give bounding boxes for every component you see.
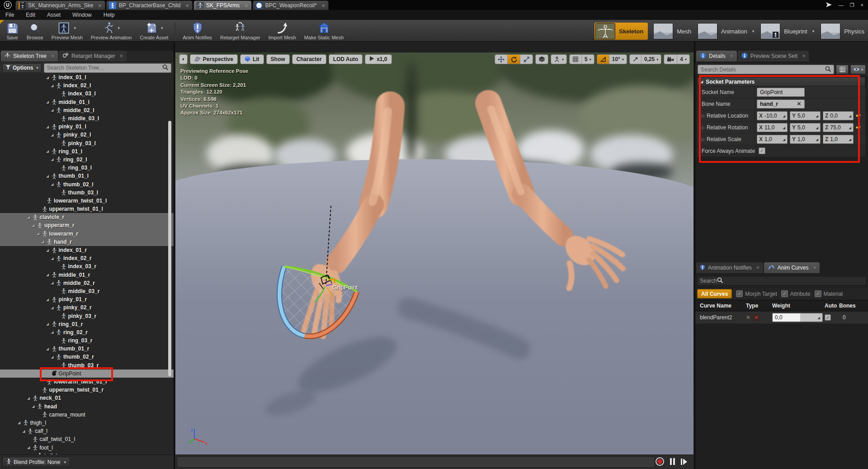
expand-arrow-icon[interactable]: ◢ <box>26 215 32 219</box>
tree-item-upperarm_twist_01_l[interactable]: upperarm_twist_01_l <box>0 205 174 213</box>
morph-target-filter[interactable]: ✓Morph Target <box>736 290 777 297</box>
import-mesh-button[interactable]: Import Mesh <box>264 20 300 41</box>
expander-icon[interactable]: ▷ <box>702 137 705 142</box>
expand-arrow-icon[interactable]: ◢ <box>49 84 55 88</box>
expand-arrow-icon[interactable]: ◢ <box>45 149 51 153</box>
expand-arrow-icon[interactable]: ◢ <box>49 355 55 359</box>
browse-button[interactable]: Browse <box>23 20 47 41</box>
tree-item-thumb_02_l[interactable]: ◢ thumb_02_l <box>0 180 174 188</box>
anim-notifies-button[interactable]: Anim Notifies <box>179 20 216 41</box>
tree-item-pinky_01_r[interactable]: ◢ pinky_01_r <box>0 295 174 303</box>
tree-item-hand_r[interactable]: ◢ hand_r <box>0 238 174 246</box>
expand-arrow-icon[interactable]: ◢ <box>45 174 51 178</box>
viewport-lit-button[interactable]: Lit <box>240 54 264 64</box>
col-bones[interactable]: Bones <box>837 303 856 309</box>
tab-close-icon[interactable]: × <box>730 53 733 59</box>
tree-item-ring_03_r[interactable]: ring_03_r <box>0 336 174 345</box>
expand-arrow-icon[interactable]: ◢ <box>49 256 55 261</box>
viewport-lod-auto-button[interactable]: LOD Auto <box>329 54 363 64</box>
viewport-perspective-button[interactable]: Perspective <box>190 54 238 64</box>
coordinate-system-button[interactable] <box>536 55 548 64</box>
tree-item-ring_02_l[interactable]: ◢ ring_02_l <box>0 156 174 164</box>
minimize-button[interactable]: — <box>839 2 844 8</box>
menu-file[interactable]: File <box>5 12 14 18</box>
expand-arrow-icon[interactable]: ◢ <box>35 232 41 236</box>
tree-item-neck_01[interactable]: ◢ neck_01 <box>0 394 174 402</box>
tree-item-lowerarm_r[interactable]: ◢ lowerarm_r <box>0 230 174 238</box>
curve-delete-icon[interactable]: ✕ <box>753 314 760 321</box>
grid-snap-value[interactable]: 5▾ <box>581 55 594 64</box>
view-options-button[interactable]: ▾ <box>850 65 866 74</box>
rotation-snap-button[interactable] <box>597 55 609 64</box>
expand-arrow-icon[interactable]: ◢ <box>16 421 22 425</box>
curve-weight-input[interactable]: 0,0◢ <box>772 313 823 322</box>
mode-blueprint-button[interactable]: Blueprint▾ <box>760 23 815 40</box>
attribute-filter[interactable]: ✓Attribute <box>781 290 811 297</box>
tree-item-index_02_r[interactable]: ◢ index_02_r <box>0 254 174 262</box>
tree-item-index_01_l[interactable]: ◢ index_01_l <box>0 73 174 81</box>
move-tool-button[interactable] <box>495 55 507 64</box>
tree-item-pinky_01_l[interactable]: ◢ pinky_01_l <box>0 123 174 131</box>
viewport-x1-0-button[interactable]: x1,0 <box>365 54 392 64</box>
tree-item-middle_03_l[interactable]: middle_03_l <box>0 114 174 123</box>
editor-tab-sk-mannequin-arms-ske[interactable]: SK_Mannequin_Arms_Ske × <box>15 0 105 10</box>
tree-item-lowerarm_twist_01_r[interactable]: lowerarm_twist_01_r <box>0 378 174 386</box>
tab-close-icon[interactable]: × <box>98 2 102 9</box>
expand-arrow-icon[interactable]: ◢ <box>30 223 36 227</box>
tree-item-thumb_03_l[interactable]: thumb_03_l <box>0 189 174 197</box>
scale-tool-button[interactable] <box>520 55 533 64</box>
curves-search-input[interactable]: Search <box>697 276 867 286</box>
reset-rotation-button[interactable]: ↩ <box>856 124 861 131</box>
expand-arrow-icon[interactable]: ◢ <box>26 445 32 450</box>
viewport-options-button[interactable]: ▾ <box>179 54 188 64</box>
save-button[interactable]: Save <box>2 20 23 41</box>
tree-item-clavicle_r[interactable]: ◢ clavicle_r <box>0 213 174 221</box>
send-icon[interactable] <box>826 2 832 9</box>
create-asset-button[interactable]: ▾ Create Asset <box>136 20 172 41</box>
tab-close-icon[interactable]: × <box>756 265 760 271</box>
rotation-x-field[interactable]: X11,0◢ <box>757 123 788 132</box>
tab-preview-scene-sett[interactable]: Preview Scene Sett × <box>738 51 809 62</box>
tree-item-middle_02_l[interactable]: ◢ middle_02_l <box>0 106 174 114</box>
curve-type-icon[interactable]: ✕ <box>746 314 750 321</box>
tree-item-thumb_01_l[interactable]: ◢ thumb_01_l <box>0 172 174 180</box>
tab-skeleton-tree[interactable]: Skeleton Tree× <box>1 51 58 62</box>
tree-item-ring_01_l[interactable]: ◢ ring_01_l <box>0 147 174 156</box>
rotation-y-field[interactable]: Y5,0◢ <box>790 123 821 132</box>
tree-item-index_02_l[interactable]: ◢ index_02_l <box>0 81 174 90</box>
property-matrix-button[interactable] <box>836 65 849 74</box>
details-search-input[interactable]: Search Details <box>698 65 834 74</box>
tree-scrollbar[interactable] <box>168 121 171 376</box>
retarget-manager-button[interactable]: Retarget Manager <box>216 20 264 41</box>
location-x-field[interactable]: X-10,0◢ <box>757 111 788 120</box>
camera-speed-button[interactable] <box>664 55 677 64</box>
menu-asset[interactable]: Asset <box>47 12 61 18</box>
tree-item-pinky_02_r[interactable]: ◢ pinky_02_r <box>0 303 174 312</box>
socket-name-input[interactable]: GripPoint <box>757 88 805 97</box>
scale-z-field[interactable]: Z1,0◢ <box>823 135 854 144</box>
tree-item-index_01_r[interactable]: ◢ index_01_r <box>0 246 174 254</box>
scale-y-field[interactable]: Y1,0◢ <box>790 135 821 144</box>
editor-tab-bpc-weaponrecoil-[interactable]: BPC_WeaponRecoil* × <box>253 0 329 10</box>
tab-close-icon[interactable]: × <box>813 265 816 271</box>
expand-arrow-icon[interactable]: ◢ <box>45 347 51 351</box>
options-button[interactable]: Options ▾ <box>2 63 42 73</box>
scale-snap-button[interactable] <box>630 55 641 64</box>
mode-physics-button[interactable]: Physics <box>820 23 865 40</box>
tab-close-icon[interactable]: × <box>120 53 123 59</box>
expand-arrow-icon[interactable]: ◢ <box>49 281 55 285</box>
menu-window[interactable]: Window <box>72 12 92 18</box>
expand-arrow-icon[interactable]: ◢ <box>49 182 55 186</box>
tree-item-foot_l[interactable]: ◢ foot_l <box>0 443 174 451</box>
expand-arrow-icon[interactable]: ◢ <box>49 306 55 310</box>
tab-retarget-manager[interactable]: Retarget Manager× <box>59 51 127 62</box>
tree-item-index_03_r[interactable]: index_03_r <box>0 262 174 270</box>
timeline-scrubber[interactable] <box>177 456 655 468</box>
tree-item-thigh_l[interactable]: ◢ thigh_l <box>0 419 174 427</box>
tree-item-calf_twist_01_l[interactable]: calf_twist_01_l <box>0 435 174 443</box>
expand-arrow-icon[interactable]: ◢ <box>40 240 46 244</box>
viewport-character-button[interactable]: Character <box>292 54 326 64</box>
viewport-3d-view[interactable]: z x GripPoint ▾ Perspective Lit Show Cha… <box>175 52 693 455</box>
rotation-snap-value[interactable]: 10°▾ <box>609 55 627 64</box>
tree-item-ring_02_r[interactable]: ◢ ring_02_r <box>0 328 174 336</box>
